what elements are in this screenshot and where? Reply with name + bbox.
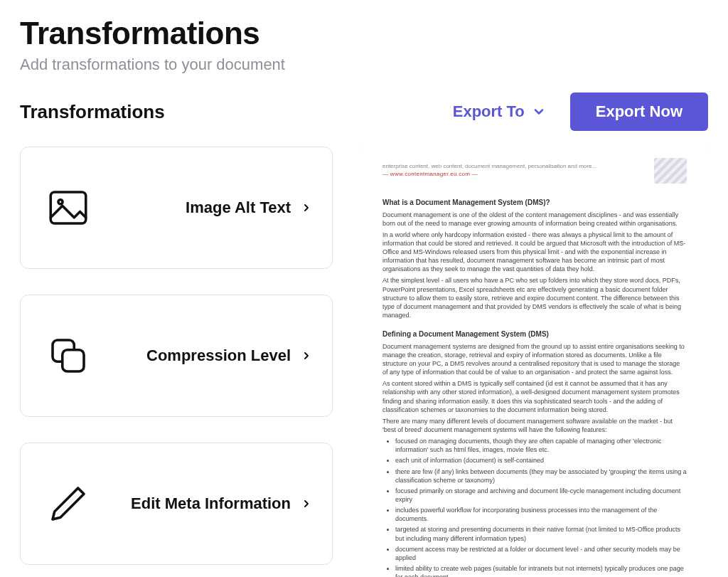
- card-label: Edit Meta Information: [97, 494, 299, 513]
- preview-paragraph: Document management is one of the oldest…: [382, 211, 687, 228]
- page-title: Transformations: [20, 16, 708, 51]
- page-root: Transformations Add transformations to y…: [0, 0, 728, 577]
- export-to-dropdown[interactable]: Export To: [449, 100, 550, 124]
- svg-point-1: [58, 200, 63, 204]
- preview-paragraph: As content stored within a DMS is typica…: [382, 379, 687, 414]
- chevron-right-icon: [299, 199, 314, 216]
- export-now-label: Export Now: [596, 102, 682, 120]
- preview-bullet: includes powerful workflow for incorpora…: [395, 506, 687, 523]
- svg-rect-0: [50, 192, 86, 223]
- chevron-right-icon: [299, 347, 314, 364]
- image-icon: [39, 184, 97, 231]
- document-preview[interactable]: enterprise content, web content, documen…: [361, 147, 708, 577]
- preview-heading-1: What is a Document Management System (DM…: [382, 198, 687, 208]
- preview-thumbnail: [654, 158, 687, 184]
- preview-tagline: enterprise content, web content, documen…: [382, 163, 654, 171]
- preview-site-url: www.contentmanager.eu.com: [382, 171, 654, 179]
- toolbar-row: Transformations Export To Export Now: [20, 92, 708, 131]
- preview-paragraph: Document management systems are designed…: [382, 342, 687, 377]
- preview-bullet: targeted at storing and presenting docum…: [395, 525, 687, 542]
- card-label: Image Alt Text: [97, 198, 299, 217]
- preview-bullet: limited ability to create web pages (sui…: [395, 564, 687, 577]
- export-to-label: Export To: [453, 102, 525, 121]
- preview-banner: enterprise content, web content, documen…: [382, 158, 687, 188]
- copy-icon: [39, 332, 97, 379]
- card-label: Compression Level: [97, 346, 299, 365]
- preview-bullet-list: focused on managing documents, though th…: [382, 437, 687, 577]
- preview-bullet: there are few (if any) links between doc…: [395, 467, 687, 485]
- card-edit-meta[interactable]: Edit Meta Information: [20, 443, 333, 565]
- card-compression-level[interactable]: Compression Level: [20, 295, 333, 417]
- card-image-alt-text[interactable]: Image Alt Text: [20, 147, 333, 269]
- preview-paragraph: At the simplest level - all users who ha…: [382, 276, 687, 319]
- pencil-icon: [39, 480, 97, 527]
- preview-bullet: focused primarily on storage and archivi…: [395, 487, 687, 504]
- section-title: Transformations: [20, 101, 165, 123]
- actions-group: Export To Export Now: [449, 92, 708, 131]
- export-now-button[interactable]: Export Now: [570, 92, 708, 131]
- chevron-right-icon: [299, 495, 314, 512]
- content-row: Image Alt Text Compression Level: [20, 147, 708, 577]
- preview-bullet: focused on managing documents, though th…: [395, 437, 687, 454]
- document-preview-container: enterprise content, web content, documen…: [361, 147, 708, 577]
- preview-paragraph: There are many many different levels of …: [382, 417, 687, 434]
- preview-bullet: document access may be restricted at a f…: [395, 545, 687, 562]
- page-subtitle: Add transformations to your document: [20, 55, 708, 74]
- preview-paragraph: In a world where only hardcopy informati…: [382, 231, 687, 274]
- svg-rect-3: [63, 350, 84, 371]
- preview-heading-2: Defining a Document Management System (D…: [382, 329, 687, 339]
- chevron-down-icon: [532, 105, 546, 119]
- preview-bullet: each unit of information (document) is s…: [395, 456, 687, 465]
- transformations-list: Image Alt Text Compression Level: [20, 147, 333, 565]
